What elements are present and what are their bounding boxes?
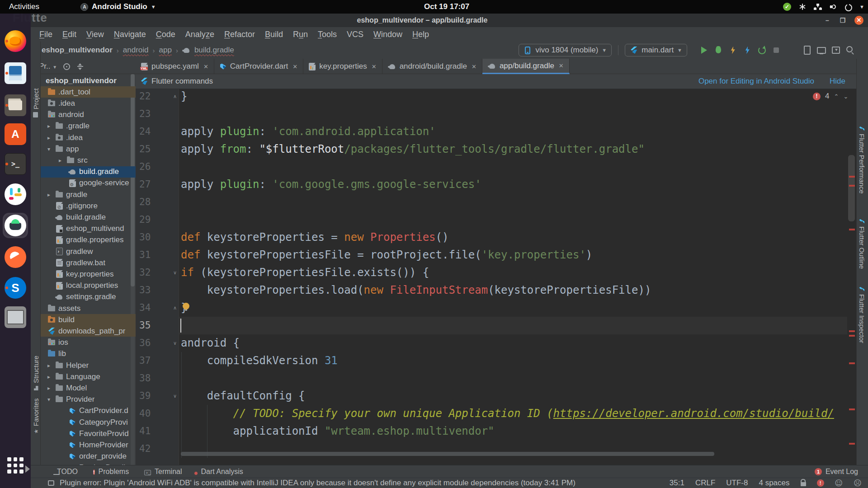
- open-in-android-studio-link[interactable]: Open for Editing in Android Studio: [698, 77, 814, 86]
- chevron-expanded-icon[interactable]: ▾: [47, 146, 50, 152]
- analysis-error-icon[interactable]: !: [817, 479, 824, 487]
- tab-pubspec-yaml[interactable]: pubspec.yaml✕: [136, 59, 214, 74]
- error-stripe-mark[interactable]: [849, 362, 855, 364]
- power-icon[interactable]: [844, 3, 852, 10]
- error-stripe-mark[interactable]: [849, 335, 855, 337]
- tree-item-provider[interactable]: ▾Provider: [41, 394, 136, 405]
- window-title-bar[interactable]: eshop_multivendor – app/build.gradle – ❐…: [31, 14, 868, 27]
- show-applications-button[interactable]: [5, 455, 25, 475]
- line-ending[interactable]: CRLF: [695, 479, 715, 488]
- tool-tab-flutter-outline[interactable]: Flutter Outline: [858, 219, 866, 269]
- fold-marker-icon[interactable]: ∧: [172, 89, 178, 105]
- tool-tab-flutter-performance[interactable]: Flutter Performance: [858, 127, 866, 194]
- dock-item-slack[interactable]: [5, 183, 26, 205]
- chevron-collapsed-icon[interactable]: ▸: [47, 385, 50, 391]
- run-button[interactable]: [699, 45, 709, 55]
- menu-view[interactable]: View: [81, 27, 109, 42]
- tool-tab-favor[interactable]: ★ Favorites: [32, 399, 40, 434]
- menu-run[interactable]: Run: [288, 27, 313, 42]
- breadcrumb-item[interactable]: build.gradle: [194, 46, 234, 55]
- run-config-selector[interactable]: main.dart ▼: [625, 44, 687, 56]
- tab-app-build-gradle[interactable]: app/build.gradle✕: [482, 59, 570, 74]
- caret-position[interactable]: 35:1: [670, 479, 684, 488]
- tool-window-todo[interactable]: TODO: [53, 468, 78, 476]
- caret-down-icon[interactable]: ▼: [859, 4, 864, 9]
- tree-item-build-gradle[interactable]: build.gradle: [41, 211, 136, 223]
- close-button[interactable]: ✕: [854, 16, 863, 25]
- error-stripe-mark[interactable]: [849, 229, 855, 230]
- tree-item-eshop-multivendor[interactable]: eshop_multivendor: [41, 75, 136, 86]
- status-check-icon[interactable]: ✓: [783, 3, 791, 11]
- search-everywhere-icon[interactable]: [845, 45, 855, 55]
- tool-window-terminal[interactable]: ›_Terminal: [144, 468, 182, 476]
- error-stripe-mark[interactable]: [849, 176, 855, 178]
- menu-build[interactable]: Build: [260, 27, 288, 42]
- code-editor[interactable]: 22∧23242526272829303132∨3334∧3536∨373839…: [136, 89, 847, 465]
- dock-item-writer[interactable]: [5, 62, 26, 84]
- network-icon[interactable]: [814, 4, 822, 10]
- fold-marker-icon[interactable]: ∨: [172, 264, 178, 282]
- menu-help[interactable]: Help: [407, 27, 434, 42]
- tree-item-cartprovider-d[interactable]: CartProvider.d: [41, 405, 136, 417]
- dock-item-terminal[interactable]: [5, 153, 26, 175]
- flutter-hot-reload-button[interactable]: [728, 45, 738, 55]
- tree-item-lib[interactable]: lib: [41, 348, 136, 360]
- volume-icon[interactable]: [830, 3, 837, 10]
- tree-item-android[interactable]: android: [41, 109, 136, 121]
- breadcrumb-item[interactable]: app: [159, 46, 172, 55]
- flutter-attach-button[interactable]: [742, 45, 752, 55]
- hide-link[interactable]: Hide: [830, 77, 845, 86]
- next-error-icon[interactable]: ⌄: [843, 93, 848, 100]
- tab-android-build-gradle[interactable]: android/build.gradle✕: [382, 59, 482, 74]
- close-tab-icon[interactable]: ✕: [559, 62, 564, 69]
- asterisk-tray-icon[interactable]: [799, 3, 806, 10]
- tree-item-gradlew[interactable]: gradlew: [41, 246, 136, 257]
- error-stripe-mark[interactable]: [849, 330, 855, 332]
- tree-item-helper[interactable]: ▸Helper: [41, 360, 136, 371]
- tree-item--idea[interactable]: .idea: [41, 98, 136, 109]
- tree-item--dart-tool[interactable]: .dart_tool: [41, 86, 136, 98]
- tree-item-gradlew-bat[interactable]: gradlew.bat: [41, 257, 136, 268]
- project-panel-header[interactable]: Pr.. ▼: [31, 59, 136, 74]
- happy-face-icon[interactable]: ☺: [835, 479, 843, 488]
- chevron-collapsed-icon[interactable]: ▸: [47, 362, 50, 369]
- app-menu-button[interactable]: Android Studio ▼: [80, 0, 156, 14]
- maximize-button[interactable]: ❐: [839, 17, 846, 24]
- chevron-collapsed-icon[interactable]: ▸: [59, 157, 61, 164]
- event-log-button[interactable]: 1 Event Log: [815, 468, 858, 476]
- breadcrumb-item[interactable]: android: [123, 46, 149, 55]
- locate-file-icon[interactable]: [63, 63, 70, 70]
- tool-window-problems[interactable]: !Problems: [93, 468, 129, 476]
- close-tab-icon[interactable]: ✕: [292, 63, 297, 70]
- tree-item-gradle[interactable]: ▸gradle: [41, 189, 136, 200]
- chevron-collapsed-icon[interactable]: ▸: [47, 374, 50, 380]
- menu-window[interactable]: Window: [368, 27, 407, 42]
- chevron-expanded-icon[interactable]: ▾: [47, 396, 50, 403]
- tree-item-app[interactable]: ▾app: [41, 143, 136, 155]
- status-message[interactable]: Plugin error: Plugin 'Android WiFi ADB' …: [60, 479, 576, 488]
- tree-item--gradle[interactable]: ▸.gradle: [41, 121, 136, 132]
- sdk-manager-icon[interactable]: [831, 45, 841, 55]
- error-stripe-mark[interactable]: [849, 443, 855, 445]
- close-tab-icon[interactable]: ✕: [372, 63, 377, 70]
- tab-key-properties[interactable]: key.properties✕: [303, 59, 382, 74]
- tree-item-src[interactable]: ▸src: [41, 155, 136, 166]
- clock[interactable]: Oct 19 17:07: [424, 0, 469, 14]
- tool-tab-structure[interactable]: Structure: [32, 356, 40, 390]
- tree-item-assets[interactable]: assets: [41, 303, 136, 314]
- virtual-device-manager-icon[interactable]: [816, 45, 826, 55]
- stop-button[interactable]: [771, 45, 781, 55]
- dock-item-device[interactable]: [5, 306, 26, 328]
- close-tab-icon[interactable]: ✕: [203, 63, 208, 70]
- prev-error-icon[interactable]: ⌃: [834, 93, 839, 100]
- fold-marker-icon[interactable]: ∧: [172, 299, 178, 317]
- device-manager-icon[interactable]: [802, 45, 812, 55]
- tree-item-categoryprovi[interactable]: CategoryProvi: [41, 417, 136, 428]
- tree-item-gradle-properties[interactable]: gradle.properties: [41, 235, 136, 246]
- tree-item--idea[interactable]: ▸.idea: [41, 132, 136, 143]
- dock-item-software[interactable]: [5, 123, 26, 145]
- editor-hscrollbar[interactable]: [181, 452, 714, 456]
- encoding[interactable]: UTF-8: [726, 479, 748, 488]
- tab-cartprovider-dart[interactable]: CartProvider.dart✕: [214, 59, 303, 74]
- fold-marker-icon[interactable]: ∨: [172, 387, 178, 405]
